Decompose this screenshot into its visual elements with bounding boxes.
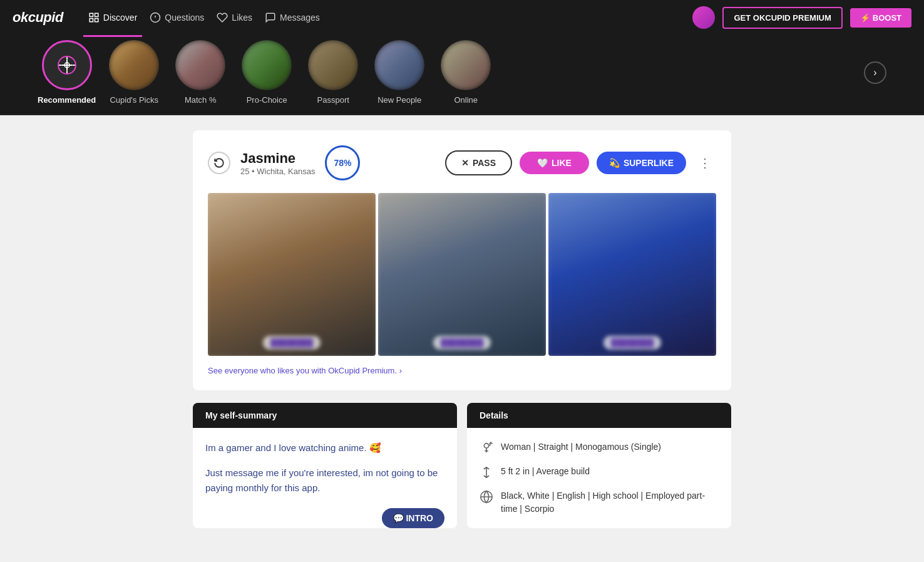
newpeople-thumb: [374, 40, 424, 90]
premium-button[interactable]: GET OKCUPID PREMIUM: [722, 7, 842, 29]
nav-item-discover[interactable]: Discover: [83, 9, 142, 26]
superlike-label: SUPERLIKE: [624, 158, 674, 168]
self-summary-card: My self-summary Im a gamer and I love wa…: [193, 403, 457, 528]
nav-label-discover: Discover: [103, 13, 137, 23]
summary-text: Im a gamer and I love watching anime. 🥰 …: [205, 440, 444, 496]
category-label-newpeople: New People: [377, 95, 421, 105]
recommended-icon: [56, 54, 78, 76]
like-button[interactable]: 🤍 LIKE: [520, 152, 589, 174]
profile-info: 25 • Wichita, Kansas: [240, 167, 315, 176]
boost-button[interactable]: ⚡ BOOST: [850, 8, 911, 28]
svg-rect-0: [90, 13, 93, 16]
questions-icon: [150, 12, 161, 23]
like-label: LIKE: [552, 158, 572, 168]
category-online[interactable]: Online: [438, 40, 494, 105]
category-recommended[interactable]: Recommended: [38, 40, 96, 105]
online-thumb: [441, 40, 491, 90]
match-thumb: [175, 40, 225, 90]
detail-item-gender: Woman | Straight | Monogamous (Single): [480, 440, 719, 455]
photo-2-label: ████████: [433, 336, 491, 350]
profile-header: Jasmine 25 • Wichita, Kansas 78% ✕ PASS …: [208, 145, 716, 180]
profile-card: Jasmine 25 • Wichita, Kansas 78% ✕ PASS …: [193, 130, 731, 390]
detail-item-background: Black, White | English | High school | E…: [480, 489, 719, 516]
summary-header: My self-summary: [193, 403, 457, 428]
svg-point-7: [484, 444, 488, 448]
details-body: Woman | Straight | Monogamous (Single) 5…: [467, 428, 731, 528]
details-list: Woman | Straight | Monogamous (Single) 5…: [480, 440, 719, 516]
summary-body: Im a gamer and I love watching anime. 🥰 …: [193, 428, 457, 521]
more-options-button[interactable]: ⋮: [694, 153, 716, 173]
pass-label: PASS: [473, 158, 496, 168]
pass-x-icon: ✕: [461, 158, 469, 168]
photo-1[interactable]: ████████: [208, 193, 376, 356]
photo-2[interactable]: ████████: [378, 193, 546, 356]
summary-paragraph-2: Just message me if you're interested, im…: [205, 466, 444, 496]
details-card: Details Woman | Straight | Monogamous (S…: [467, 403, 731, 528]
header: okcupid Discover Questions Likes Message…: [0, 0, 924, 35]
category-new-people[interactable]: New People: [371, 40, 428, 105]
boost-lightning-icon: ⚡: [860, 13, 870, 23]
category-cupids-picks[interactable]: Cupid's Picks: [106, 40, 162, 105]
category-passport[interactable]: Passport: [305, 40, 361, 105]
gender-icon: [480, 441, 493, 455]
nav-label-questions: Questions: [165, 13, 204, 23]
photo-3[interactable]: ████████: [548, 193, 716, 356]
svg-rect-2: [90, 19, 93, 22]
category-match[interactable]: Match %: [172, 40, 228, 105]
category-label-cupids: Cupid's Picks: [110, 95, 158, 105]
superlike-button[interactable]: 💫 SUPERLIKE: [597, 152, 686, 174]
svg-rect-1: [95, 13, 98, 16]
refresh-icon: [213, 157, 225, 169]
svg-rect-3: [95, 19, 98, 22]
nav-item-messages[interactable]: Messages: [260, 9, 325, 26]
details-header: Details: [467, 403, 731, 428]
photo-1-label: ████████: [263, 336, 321, 350]
match-circle: 78%: [325, 145, 360, 180]
category-pro-choice[interactable]: Pro-Choice: [239, 40, 295, 105]
detail-text-height: 5 ft 2 in | Average build: [501, 465, 590, 478]
category-label-recommended: Recommended: [38, 95, 96, 105]
profile-name: Jasmine: [240, 150, 315, 167]
prochoice-thumb: [242, 40, 292, 90]
categories-next-button[interactable]: ›: [864, 61, 886, 84]
intro-button[interactable]: 💬 INTRO: [382, 508, 444, 528]
superlike-icon: 💫: [609, 158, 620, 168]
recommended-thumb: [42, 40, 92, 90]
cupids-thumb: [109, 40, 159, 90]
back-button[interactable]: [208, 152, 230, 174]
messages-icon: [265, 12, 276, 23]
nav-label-likes: Likes: [232, 13, 252, 23]
pass-button[interactable]: ✕ PASS: [445, 150, 512, 175]
categories-bar: Recommended Cupid's Picks Match % Pro-Ch…: [0, 35, 924, 115]
action-buttons: ✕ PASS 🤍 LIKE 💫 SUPERLIKE ⋮: [445, 150, 716, 175]
height-icon: [480, 466, 493, 479]
detail-item-height: 5 ft 2 in | Average build: [480, 465, 719, 479]
premium-link-wrapper: See everyone who likes you with OkCupid …: [208, 366, 716, 375]
user-avatar[interactable]: [692, 6, 715, 29]
category-label-passport: Passport: [317, 95, 349, 105]
like-heart-icon: 🤍: [537, 158, 548, 168]
header-right: GET OKCUPID PREMIUM ⚡ BOOST: [692, 6, 911, 29]
globe-icon: [480, 490, 493, 504]
photo-grid: ████████ ████████ ████████: [208, 193, 716, 356]
detail-text-gender: Woman | Straight | Monogamous (Single): [501, 440, 661, 454]
premium-link[interactable]: See everyone who likes you with OkCupid …: [208, 366, 716, 375]
photo-3-label: ████████: [603, 336, 661, 350]
passport-thumb: [308, 40, 358, 90]
category-label-online: Online: [454, 95, 478, 105]
app-logo: okcupid: [13, 9, 63, 26]
match-percent: 78%: [334, 158, 351, 168]
discover-icon: [88, 12, 100, 23]
likes-icon: [217, 12, 228, 23]
summary-paragraph-1: Im a gamer and I love watching anime. 🥰: [205, 440, 444, 455]
profile-name-block: Jasmine 25 • Wichita, Kansas: [240, 150, 315, 176]
category-label-match: Match %: [185, 95, 217, 105]
nav-item-likes[interactable]: Likes: [212, 9, 257, 26]
nav-item-questions[interactable]: Questions: [145, 9, 209, 26]
detail-text-background: Black, White | English | High school | E…: [501, 489, 719, 516]
main-nav: Discover Questions Likes Messages: [83, 9, 325, 26]
nav-label-messages: Messages: [280, 13, 320, 23]
profile-sections: My self-summary Im a gamer and I love wa…: [193, 403, 731, 528]
category-label-prochoice: Pro-Choice: [247, 95, 287, 105]
main-content: Jasmine 25 • Wichita, Kansas 78% ✕ PASS …: [180, 130, 744, 528]
